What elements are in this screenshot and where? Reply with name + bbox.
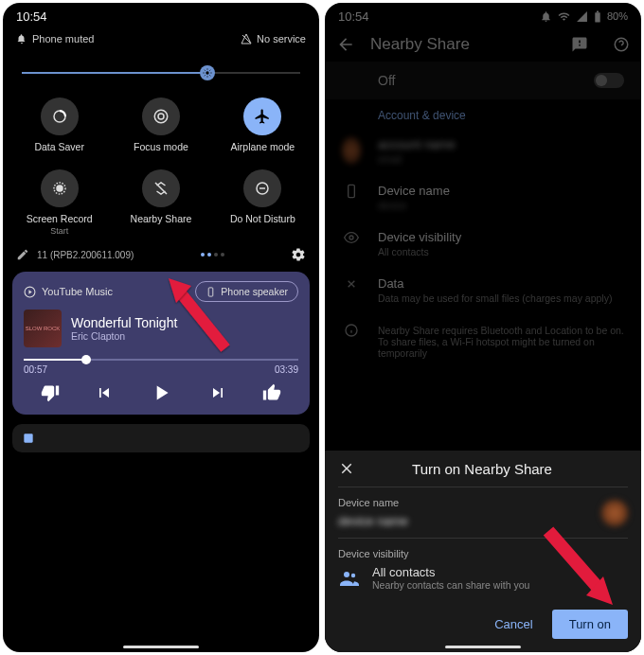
- track-title: Wonderful Tonight: [71, 315, 177, 330]
- row-title: Device visibility: [378, 230, 624, 244]
- eye-icon: [344, 230, 359, 245]
- screenshot-icon: [22, 432, 35, 445]
- status-time: 10:54: [338, 9, 369, 24]
- tile-focus-mode[interactable]: Focus mode: [110, 94, 211, 156]
- device-name-value: device: [378, 200, 624, 211]
- tile-airplane-mode[interactable]: Airplane mode: [212, 94, 313, 156]
- cancel-button[interactable]: Cancel: [483, 610, 544, 639]
- brightness-thumb[interactable]: [200, 65, 215, 80]
- row-sub: Data may be used for small files (charge…: [378, 292, 624, 304]
- turn-on-sheet: Turn on Nearby Share Device name device …: [325, 451, 641, 652]
- screen-record-icon: [51, 180, 68, 197]
- time-total: 03:39: [275, 364, 298, 375]
- row-sub: All contacts: [378, 246, 624, 257]
- phone-muted-indicator: Phone muted: [16, 33, 94, 44]
- row-title: Data: [378, 276, 624, 291]
- battery-icon: [594, 10, 601, 23]
- account-row[interactable]: account name email: [325, 128, 641, 174]
- tile-label: Data Saver: [34, 141, 84, 152]
- notification-stub[interactable]: [12, 424, 310, 452]
- signal-icon: [576, 10, 588, 23]
- airplane-icon: [254, 108, 271, 125]
- focus-mode-icon: [152, 108, 170, 125]
- signal-off-icon: [241, 33, 252, 44]
- account-avatar: [342, 137, 361, 164]
- settings-gear-icon[interactable]: [291, 247, 306, 262]
- device-visibility-row[interactable]: Device visibility All contacts: [325, 221, 641, 267]
- turn-on-button[interactable]: Turn on: [552, 610, 628, 639]
- master-toggle-row[interactable]: Off: [325, 62, 641, 99]
- tile-nearby-share[interactable]: Nearby Share: [110, 166, 211, 239]
- youtube-music-icon: [24, 286, 36, 298]
- media-progress-slider[interactable]: [24, 357, 298, 363]
- sheet-visibility-row[interactable]: Device visibility All contacts Nearby co…: [338, 538, 628, 600]
- phone-muted-label: Phone muted: [32, 33, 94, 44]
- brightness-icon: [203, 68, 212, 78]
- wifi-icon: [558, 10, 570, 23]
- svg-point-4: [57, 186, 63, 191]
- status-bar: 10:54 80%: [325, 3, 641, 27]
- tile-label: Airplane mode: [230, 141, 295, 152]
- device-name-row[interactable]: Device name device: [325, 174, 641, 221]
- section-header: Account & device: [325, 99, 641, 128]
- account-email: email: [378, 153, 624, 165]
- info-text: Nearby Share requires Bluetooth and Loca…: [378, 325, 624, 359]
- no-service-label: No service: [257, 33, 306, 44]
- svg-rect-10: [595, 12, 599, 22]
- media-output-button[interactable]: Phone speaker: [195, 281, 298, 302]
- tile-label: Focus mode: [134, 141, 188, 152]
- back-arrow-icon[interactable]: [336, 35, 355, 54]
- sheet-title: Turn on Nearby Share: [336, 461, 628, 477]
- svg-point-17: [351, 573, 355, 576]
- battery-percent: 80%: [607, 10, 628, 22]
- tile-data-saver[interactable]: Data Saver: [9, 94, 110, 156]
- data-saver-icon: [51, 108, 68, 125]
- svg-rect-9: [24, 434, 32, 442]
- qs-footer: 11 (RPB2.200611.009): [3, 239, 319, 268]
- media-controls: [24, 381, 298, 405]
- tile-label: Screen Record: [27, 213, 93, 224]
- help-icon[interactable]: [613, 36, 630, 53]
- svg-rect-8: [209, 287, 214, 295]
- tile-screen-record[interactable]: Screen Record Start: [9, 166, 110, 239]
- device-avatar: [601, 500, 628, 526]
- master-switch[interactable]: [594, 73, 624, 88]
- contacts-icon: [338, 567, 361, 590]
- nearby-share-icon: [152, 180, 170, 197]
- toggle-state-label: Off: [378, 73, 395, 88]
- feedback-icon[interactable]: [571, 36, 588, 53]
- track-artist: Eric Clapton: [71, 330, 177, 342]
- thumbs-down-icon[interactable]: [41, 383, 60, 402]
- skip-next-icon[interactable]: [208, 383, 227, 402]
- svg-point-3: [154, 110, 168, 123]
- media-app-name: YouTube Music: [24, 286, 113, 298]
- page-indicator: [201, 253, 224, 257]
- data-usage-row[interactable]: Data Data may be used for small files (c…: [325, 267, 641, 313]
- tile-do-not-disturb[interactable]: Do Not Disturb: [212, 166, 313, 239]
- device-name-label: Device name: [338, 497, 408, 508]
- skip-previous-icon[interactable]: [95, 383, 114, 402]
- gesture-nav-pill[interactable]: [445, 646, 521, 648]
- brightness-slider[interactable]: [22, 63, 300, 82]
- visibility-label: Device visibility: [338, 548, 628, 559]
- svg-point-14: [349, 236, 353, 239]
- thumbs-up-icon[interactable]: [262, 383, 281, 402]
- phone-speaker-icon: [206, 287, 216, 297]
- gesture-nav-pill[interactable]: [123, 646, 199, 648]
- sheet-device-name-row[interactable]: Device name device name: [338, 487, 628, 538]
- account-name: account name: [378, 137, 624, 151]
- device-name-value: device name: [338, 514, 408, 528]
- svg-point-16: [344, 572, 349, 577]
- app-bar: Nearby Share: [325, 27, 641, 62]
- phone-left-quicksettings: 10:54 Phone muted No service Data Saver …: [3, 3, 319, 652]
- tile-sublabel: Start: [50, 226, 68, 236]
- qs-tiles-grid: Data Saver Focus mode Airplane mode Scre…: [3, 90, 319, 239]
- play-icon[interactable]: [149, 381, 173, 405]
- bell-off-icon: [16, 33, 27, 44]
- time-elapsed: 00:57: [24, 364, 47, 375]
- page-title: Nearby Share: [370, 35, 556, 54]
- dnd-icon: [254, 180, 271, 197]
- svg-rect-11: [597, 10, 599, 12]
- edit-icon[interactable]: [16, 248, 29, 261]
- status-bar: 10:54: [3, 3, 319, 27]
